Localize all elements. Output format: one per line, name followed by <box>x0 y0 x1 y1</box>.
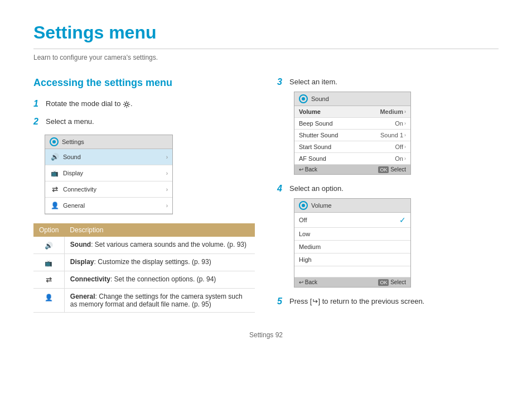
step-4-num: 4 <box>277 184 286 194</box>
section-title: Accessing the settings menu <box>33 77 255 89</box>
table-general-desc: General: Change the settings for the cam… <box>64 289 255 313</box>
table-display-icon <box>45 258 52 267</box>
connectivity-icon <box>50 184 60 194</box>
sound-arrow: › <box>166 154 168 160</box>
sound-row-shutter: Shutter Sound Sound 1 › <box>294 130 410 141</box>
step-1-num: 1 <box>33 99 42 109</box>
table-row: Display: Customize the display settings.… <box>33 254 255 271</box>
step-1-text: Rotate the mode dial to . <box>46 99 133 108</box>
general-label: General <box>63 202 166 209</box>
sound-row-beep: Beep Sound On › <box>294 118 410 130</box>
volume-screen-header: Volume <box>294 199 410 213</box>
settings-menu-screen: Settings Sound › Display › Connectivity … <box>45 135 173 214</box>
table-header-description: Description <box>64 223 255 237</box>
sound-row-start: Start Sound Off › <box>294 141 410 153</box>
step-4-text: Select an option. <box>289 184 344 193</box>
table-general-icon <box>45 293 53 302</box>
table-display-desc: Display: Customize the display settings.… <box>64 254 255 271</box>
page-subtitle: Learn to configure your camera's setting… <box>33 54 499 61</box>
step-2-num: 2 <box>33 117 42 127</box>
sound-label: Sound <box>63 154 166 160</box>
step-3-text: Select an item. <box>289 77 337 86</box>
page-footer: Settings 92 <box>33 331 499 339</box>
step-3-header: 3 Select an item. <box>277 77 499 87</box>
general-arrow: › <box>166 203 168 209</box>
menu-header-label: Settings <box>62 138 84 145</box>
step-5-text: Press [↵] to return to the previous scre… <box>289 296 424 305</box>
table-row: Sound: Set various camera sounds and the… <box>33 237 255 254</box>
vol-row-low: Low <box>294 228 410 241</box>
menu-row-general[interactable]: General › <box>45 198 172 214</box>
options-table: Option Description Sound: Set various ca… <box>33 223 255 313</box>
left-column: Accessing the settings menu 1 Rotate the… <box>33 77 255 314</box>
menu-row-sound[interactable]: Sound › <box>45 149 172 165</box>
sound-screen: Sound Volume Medium › Beep Sound On › <box>294 92 411 175</box>
menu-row-display[interactable]: Display › <box>45 165 172 181</box>
display-icon <box>50 168 60 178</box>
sound-screen-header: Sound <box>294 92 410 106</box>
sound-screen-circle <box>299 94 308 103</box>
gear-icon <box>123 100 130 108</box>
sound-row-af: AF Sound On › <box>294 153 410 165</box>
vol-row-high: High <box>294 253 410 266</box>
vol-spacer <box>294 266 410 277</box>
table-connectivity-desc: Connectivity: Set the connection options… <box>64 271 255 289</box>
step-3-num: 3 <box>277 77 286 87</box>
menu-row-connectivity[interactable]: Connectivity › <box>45 181 172 198</box>
connectivity-label: Connectivity <box>63 186 166 193</box>
sound-row-volume: Volume Medium › <box>294 106 410 118</box>
display-label: Display <box>63 170 166 176</box>
sound-screen-title: Sound <box>311 95 329 102</box>
volume-screen-circle <box>299 201 308 210</box>
circle-icon <box>50 137 59 146</box>
general-icon <box>50 200 60 210</box>
step-3: 3 Select an item. Sound Volume Medium › <box>277 77 499 175</box>
svg-point-0 <box>125 103 128 106</box>
step-4: 4 Select an option. Volume Off ✓ Low Med… <box>277 184 499 288</box>
step-2: 2 Select a menu. <box>33 117 255 127</box>
step-1: 1 Rotate the mode dial to . <box>33 99 255 109</box>
display-arrow: › <box>166 170 168 176</box>
right-column: 3 Select an item. Sound Volume Medium › <box>277 77 499 314</box>
connectivity-arrow: › <box>166 186 168 193</box>
step-5-num: 5 <box>277 296 286 307</box>
sound-screen-footer: ↩ Back OK Select <box>294 165 410 174</box>
table-sound-desc: Sound: Set various camera sounds and the… <box>64 237 255 254</box>
step-2-text: Select a menu. <box>46 117 94 126</box>
page-title: Settings menu <box>33 22 499 49</box>
sound-icon <box>50 152 60 162</box>
volume-screen: Volume Off ✓ Low Medium High ↩ Back <box>294 198 411 288</box>
step-4-header: 4 Select an option. <box>277 184 499 194</box>
vol-row-off: Off ✓ <box>294 213 410 228</box>
table-header-option: Option <box>33 223 64 237</box>
volume-screen-title: Volume <box>311 202 332 209</box>
table-row: General: Change the settings for the cam… <box>33 289 255 313</box>
check-icon: ✓ <box>399 216 406 224</box>
table-row: Connectivity: Set the connection options… <box>33 271 255 289</box>
table-connect-icon <box>46 275 52 284</box>
step-5: 5 Press [↵] to return to the previous sc… <box>277 296 499 307</box>
table-sound-icon <box>45 241 53 250</box>
volume-screen-footer: ↩ Back OK Select <box>294 277 410 287</box>
vol-row-medium: Medium <box>294 241 410 253</box>
screen-header: Settings <box>45 135 172 149</box>
